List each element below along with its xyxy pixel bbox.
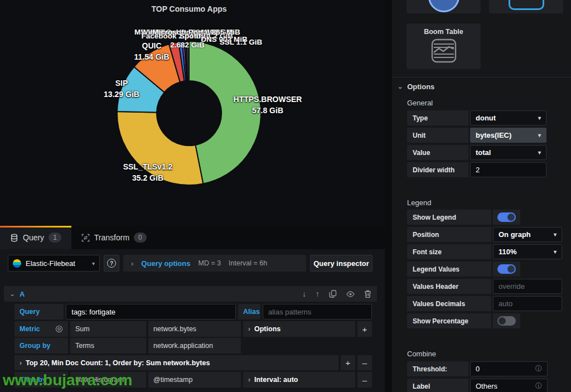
viz-card-pie[interactable]: [407, 0, 481, 13]
show-legend-label: Show Legend: [407, 210, 491, 225]
type-select[interactable]: donut ▾: [470, 110, 546, 125]
show-legend-toggle[interactable]: [497, 212, 516, 222]
caret-down-icon: ▾: [538, 132, 541, 138]
value-select[interactable]: total ▾: [470, 145, 546, 160]
show-percentage-label: Show Percentage: [407, 313, 491, 328]
info-icon: ⓘ: [535, 364, 542, 374]
divider-width-label: Divider width: [407, 162, 468, 177]
unit-select[interactable]: bytes(IEC) ▾: [470, 128, 546, 143]
tab-transform[interactable]: Transform 0: [71, 226, 157, 249]
font-size-label: Font size: [407, 244, 491, 259]
rounded-rect-icon: [509, 0, 544, 10]
remove-group-by-button[interactable]: –: [357, 355, 372, 370]
viz-card-selected[interactable]: [489, 0, 563, 13]
caret-down-icon: ▾: [554, 249, 557, 255]
show-percentage-toggle[interactable]: [497, 316, 516, 326]
combine-label-input[interactable]: Others ⓘ: [470, 379, 548, 392]
query-row-header[interactable]: ⌄ A ↓ ↑: [4, 286, 377, 302]
viz-card-label: Boom Table: [424, 28, 463, 36]
tab-transform-label: Transform: [94, 233, 129, 242]
values-decimals-label: Values Decimals: [407, 296, 491, 311]
editor-tabbar: Query 1 Transform 0: [0, 226, 385, 249]
trash-icon[interactable]: [364, 290, 371, 298]
options-header-label: Options: [407, 83, 434, 91]
divider-width-input[interactable]: [470, 162, 546, 177]
query-label: Query: [14, 304, 64, 320]
metric-row: Metric Sum network.bytes › Options +: [14, 321, 372, 337]
type-label: Type: [407, 110, 468, 125]
move-up-icon[interactable]: ↑: [316, 289, 320, 298]
divider-width-row: Divider width: [407, 162, 546, 177]
general-heading: General: [407, 99, 433, 107]
position-select[interactable]: On graph ▾: [493, 227, 562, 242]
donut-chart: HTTPS.BROWSER57.8 GiBSSL_TLSv1.235.2 GiB…: [0, 0, 385, 226]
viz-card-boom-table[interactable]: Boom Table: [407, 23, 481, 69]
show-percentage-toggle-cell: [493, 313, 520, 328]
legend-values-label: Legend Values: [407, 262, 491, 277]
alias-label: Alias: [238, 304, 260, 320]
metric-options-expander[interactable]: › Options: [243, 321, 355, 337]
options-sidebar: Boom Table ⌄ Options General Type do: [392, 0, 571, 392]
eye-icon[interactable]: [346, 290, 355, 298]
then-by-field-select[interactable]: @timestamp: [148, 372, 241, 388]
add-group-by-button[interactable]: +: [341, 355, 355, 370]
options-section-header[interactable]: ⌄ Options: [398, 83, 434, 91]
caret-down-icon: ▾: [538, 149, 541, 156]
remove-then-by-button[interactable]: –: [357, 372, 372, 388]
value-label: Value: [407, 145, 468, 160]
collapse-chevron-icon[interactable]: ⌄: [9, 290, 15, 298]
donut-slice-https-browser[interactable]: [189, 41, 261, 184]
donut-slice-ssl-tlsv1-2[interactable]: [117, 112, 203, 185]
terms-settings-expander[interactable]: › Top 20, Min Doc Count: 1, Order by: Su…: [14, 355, 338, 370]
combine-heading: Combine: [407, 350, 436, 358]
show-percentage-row: Show Percentage: [407, 313, 520, 328]
tab-query[interactable]: Query 1: [0, 226, 71, 249]
metric-field-select[interactable]: network.bytes: [148, 321, 241, 337]
legend-values-toggle[interactable]: [497, 264, 516, 274]
group-by-field-select[interactable]: network.application: [148, 338, 241, 354]
group-by-label: Group by: [14, 338, 68, 354]
values-decimals-input[interactable]: [493, 296, 562, 311]
help-icon: ?: [107, 259, 116, 268]
caret-down-icon: ▾: [554, 231, 557, 238]
datasource-picker[interactable]: Elastic-Filebeat ▾: [8, 255, 100, 272]
caret-down-icon: ▾: [538, 115, 541, 121]
threshold-row: Threshold: 0 ⓘ: [407, 361, 548, 376]
transform-icon: [81, 234, 90, 242]
query-input[interactable]: [66, 304, 236, 320]
threshold-label: Threshold:: [407, 361, 468, 376]
watermark: www.bujarra.com: [3, 371, 132, 389]
legend-values-row: Legend Values: [407, 262, 520, 277]
interval-expander[interactable]: › Interval: auto: [243, 372, 355, 388]
font-size-select[interactable]: 110% ▾: [493, 244, 562, 259]
query-count-badge: 1: [49, 233, 61, 243]
database-icon: [10, 234, 18, 242]
chevron-right-icon: ›: [248, 325, 250, 333]
transform-count-badge: 0: [134, 233, 147, 243]
info-icon: ⓘ: [535, 381, 542, 391]
boom-table-icon: [431, 38, 457, 63]
metric-visibility-eye-icon[interactable]: [55, 325, 63, 333]
chevron-right-icon: ›: [248, 376, 250, 384]
datasource-help-button[interactable]: ?: [104, 255, 119, 272]
values-header-input[interactable]: [493, 279, 562, 294]
panel-editor: TOP Consumo Apps HTTPS.BROWSER57.8 GiBSS…: [0, 0, 571, 392]
show-legend-row: Show Legend: [407, 210, 520, 225]
query-row-actions: ↓ ↑: [302, 289, 371, 298]
threshold-input[interactable]: 0 ⓘ: [470, 361, 548, 376]
add-metric-button[interactable]: +: [357, 321, 372, 337]
terms-settings-row: › Top 20, Min Doc Count: 1, Order by: Su…: [14, 355, 372, 370]
values-header-label: Values Header: [407, 279, 491, 294]
metric-agg-select[interactable]: Sum: [70, 321, 146, 337]
chevron-right-icon: ›: [20, 359, 22, 367]
datasource-name: Elastic-Filebeat: [26, 259, 75, 268]
group-by-row: Group by Terms network.application: [14, 338, 372, 354]
move-down-icon[interactable]: ↓: [302, 289, 306, 298]
query-options-bar[interactable]: › Query options MD = 3 Interval = 6h: [123, 255, 306, 272]
group-by-type-select[interactable]: Terms: [70, 338, 146, 354]
query-inspector-button[interactable]: Query inspector: [310, 255, 372, 272]
alias-input[interactable]: [263, 304, 372, 320]
duplicate-icon[interactable]: [329, 290, 337, 298]
tab-query-label: Query: [23, 233, 44, 242]
max-data-points: MD = 3: [198, 259, 221, 267]
